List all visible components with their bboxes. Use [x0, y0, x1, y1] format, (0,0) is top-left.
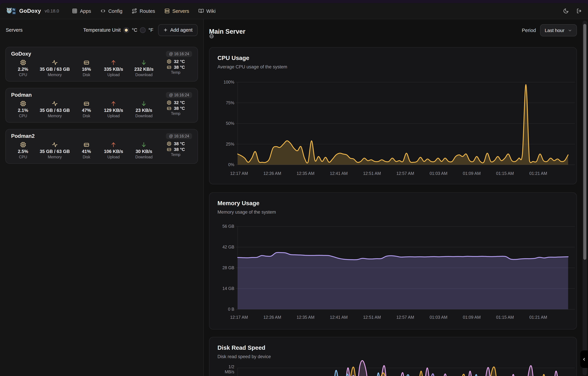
temp-metric: 38 °C 38 °C Temp	[159, 141, 192, 159]
download-metric: 23 KB/s Download	[129, 100, 159, 118]
fahrenheit-radio[interactable]	[140, 27, 146, 33]
arrow-up-icon	[110, 100, 117, 107]
radio-selected-dot	[125, 29, 128, 31]
scrollbar-thumb[interactable]	[583, 24, 586, 260]
brand-version: v0.18.0	[45, 8, 59, 13]
cpu-temp-value: 32 °C	[174, 59, 185, 64]
upload-label: Upload	[107, 114, 120, 118]
chevron-left-icon	[582, 357, 586, 361]
sidebar-collapse-handle[interactable]	[580, 350, 588, 368]
svg-text:MB/s: MB/s	[225, 369, 234, 374]
navbar: GoDoxy v0.18.0 Apps Config Routes	[0, 3, 588, 19]
nav-item-routes[interactable]: Routes	[131, 8, 155, 14]
period-select[interactable]: Last hour	[540, 24, 577, 36]
server-card-podman2[interactable]: Podman2 @ 16:16:24 2.5% CPU 35 GB / 63 G…	[5, 129, 198, 164]
cpu-value: 2.5%	[18, 149, 28, 154]
temperature-unit-group: Temperature Unit °C °F	[83, 27, 153, 33]
memory-value: 35 GB / 63 GB	[40, 149, 70, 154]
last-update-badge: @ 16:16:24	[166, 133, 192, 139]
nav-item-config[interactable]: Config	[100, 8, 122, 14]
brand-name: GoDoxy	[19, 8, 41, 14]
download-metric: 30 KB/s Download	[129, 141, 159, 159]
download-value: 232 KB/s	[134, 67, 154, 72]
nav-item-label: Apps	[80, 8, 91, 14]
download-metric: 232 KB/s Download	[129, 59, 159, 77]
card-head: GoDoxy @ 16:16:24	[11, 51, 192, 57]
disk-label: Disk	[83, 155, 90, 159]
last-update-badge: @ 16:16:24	[166, 51, 192, 57]
celsius-radio[interactable]	[123, 27, 129, 33]
chart-title: Disk Read Speed	[217, 344, 265, 351]
disk-metric: 47% Disk	[75, 100, 98, 118]
svg-text:12:17 AM: 12:17 AM	[230, 171, 248, 176]
server-name: GoDoxy	[11, 51, 31, 57]
metrics-row: 2.2% CPU 35 GB / 63 GB Memory 16% Disk	[11, 59, 192, 77]
servers-sidebar: Servers Temperature Unit °C °F Add agent…	[0, 19, 204, 376]
chart-title: Memory Usage	[217, 200, 259, 207]
cpu-icon	[166, 59, 171, 64]
memory-metric: 35 GB / 63 GB Memory	[35, 100, 75, 118]
memory-value: 35 GB / 63 GB	[40, 67, 70, 72]
cpu-metric: 2.1% CPU	[11, 100, 35, 118]
cpu-temp-row: 32 °C	[166, 100, 185, 105]
cpu-temp-row: 32 °C	[166, 59, 185, 64]
scrollbar-track[interactable]	[583, 21, 587, 375]
dark-mode-toggle-moon-icon[interactable]	[563, 8, 569, 14]
svg-text:12:57 AM: 12:57 AM	[396, 315, 414, 320]
page-title: Main Server	[209, 28, 245, 35]
grid-icon	[72, 8, 77, 14]
server-card-podman[interactable]: Podman @ 16:16:24 2.1% CPU 35 GB / 63 GB…	[5, 88, 198, 123]
svg-text:12:35 AM: 12:35 AM	[297, 171, 315, 176]
add-agent-button[interactable]: Add agent	[158, 24, 198, 36]
disk-label: Disk	[83, 114, 90, 118]
servers-panel-title: Servers	[6, 27, 22, 33]
nav-item-servers[interactable]: Servers	[164, 8, 189, 14]
cpu-icon	[20, 59, 26, 66]
period-label: Period	[522, 28, 536, 33]
svg-text:01:09 AM: 01:09 AM	[463, 315, 481, 320]
cpu-value: 2.2%	[18, 67, 28, 72]
upload-value: 129 KB/s	[104, 108, 123, 113]
svg-text:50%: 50%	[226, 121, 234, 126]
activity-icon	[52, 141, 58, 148]
server-card-godoxy[interactable]: GoDoxy @ 16:16:24 2.2% CPU 35 GB / 63 GB…	[5, 47, 198, 82]
cpu-label: CPU	[19, 73, 27, 77]
logout-icon[interactable]	[576, 8, 582, 14]
server-name: Podman	[11, 92, 32, 98]
temp-label: Temp	[171, 112, 180, 115]
svg-text:12:17 AM: 12:17 AM	[230, 315, 248, 320]
nav-item-wiki[interactable]: Wiki	[198, 8, 216, 14]
svg-text:01:03 AM: 01:03 AM	[429, 315, 447, 320]
disk-value: 47%	[82, 108, 91, 113]
screen: GoDoxy v0.18.0 Apps Config Routes	[0, 0, 588, 376]
upload-label: Upload	[107, 155, 120, 159]
chart-subtitle: Average CPU usage of the system	[217, 64, 287, 69]
cpu-label: CPU	[19, 114, 27, 118]
nav-item-apps[interactable]: Apps	[72, 8, 91, 14]
download-value: 30 KB/s	[136, 149, 152, 154]
arrow-down-icon	[141, 100, 147, 107]
cpu-icon	[20, 141, 26, 148]
svg-text:01:09 AM: 01:09 AM	[463, 171, 481, 176]
svg-text:12:41 AM: 12:41 AM	[330, 315, 348, 320]
main-area: Main Server Period Last hour CPU Usage A…	[204, 19, 588, 376]
download-label: Download	[135, 155, 153, 159]
nav-item-label: Wiki	[206, 8, 216, 14]
svg-text:12:57 AM: 12:57 AM	[396, 171, 414, 176]
hard-drive-icon	[83, 59, 90, 66]
cpu-metric: 2.5% CPU	[11, 141, 35, 159]
globe-icon	[209, 34, 214, 40]
disk-temp-value: 38 °C	[174, 65, 185, 70]
disk-metric: 41% Disk	[75, 141, 98, 159]
svg-text:0 B: 0 B	[228, 307, 234, 312]
temp-metric: 32 °C 38 °C Temp	[159, 100, 192, 118]
hard-drive-icon	[166, 106, 171, 111]
cpu-icon	[20, 100, 26, 107]
temperature-unit-label: Temperature Unit	[83, 27, 120, 33]
memory-label: Memory	[48, 114, 62, 118]
chevron-down-icon	[568, 28, 572, 32]
temp-label: Temp	[171, 70, 180, 74]
card-head: Podman @ 16:16:24	[11, 92, 192, 98]
svg-text:12:26 AM: 12:26 AM	[263, 315, 281, 320]
nav-items: Apps Config Routes Servers Wiki	[72, 8, 216, 14]
